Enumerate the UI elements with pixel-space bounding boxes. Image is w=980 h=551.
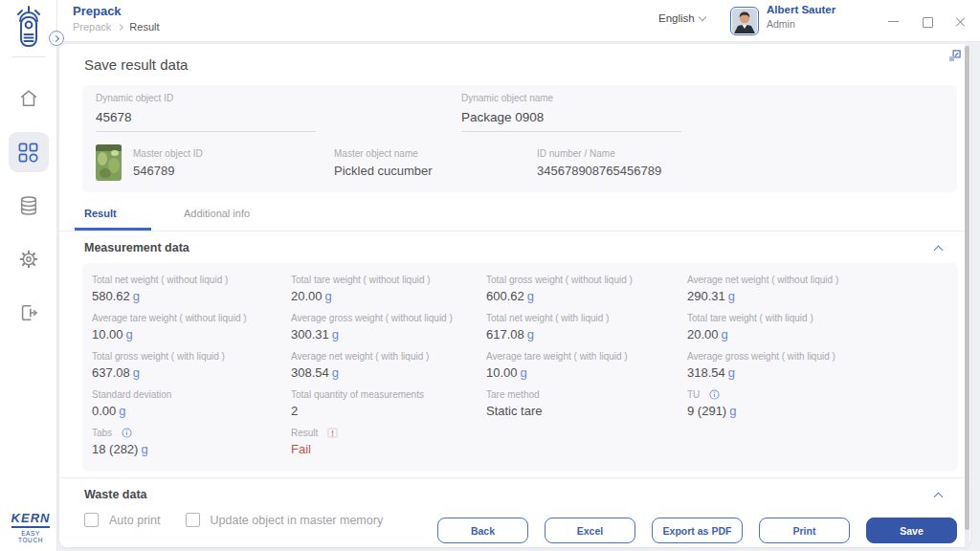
dynamic-object-name-field: Dynamic object name Package 0908 bbox=[461, 93, 681, 132]
master-object-id-field: Master object ID 546789 bbox=[133, 148, 323, 178]
header: Prepack Prepack Result English Albert Sa… bbox=[57, 0, 980, 42]
sidebar-item-apps[interactable] bbox=[9, 132, 49, 172]
sidebar-item-database[interactable] bbox=[9, 186, 49, 226]
sidebar-expand-button[interactable] bbox=[49, 31, 64, 46]
page-title: Prepack bbox=[73, 4, 160, 18]
avatar-photo bbox=[732, 9, 757, 33]
avatar[interactable] bbox=[730, 7, 759, 35]
auto-print-checkbox[interactable]: Auto print bbox=[84, 513, 161, 527]
measurement-field: Total net weight ( with liquid ) 617.08g bbox=[486, 311, 687, 349]
measurement-field: Total net weight ( without liquid ) 580.… bbox=[92, 273, 291, 311]
chevron-right-icon bbox=[52, 34, 58, 41]
master-object-id-value: 546789 bbox=[133, 164, 323, 178]
language-label: English bbox=[658, 12, 695, 24]
scrollbar[interactable] bbox=[965, 44, 969, 547]
field-label: Master object name bbox=[334, 148, 525, 159]
field-label: Master object ID bbox=[133, 148, 323, 159]
collapse-chevron-icon[interactable] bbox=[934, 245, 944, 254]
measurement-data-panel: Total net weight ( without liquid ) 580.… bbox=[82, 263, 958, 472]
measurement-field: Total tare weight ( with liquid ) 20.00g bbox=[687, 311, 948, 349]
info-icon[interactable] bbox=[122, 428, 132, 438]
user-name: Albert Sauter bbox=[767, 4, 835, 15]
kern-brand-logo: KERN EASY TOUCH bbox=[9, 509, 53, 543]
waste-data-title: Waste data bbox=[84, 488, 147, 501]
user-role: Admin bbox=[767, 18, 835, 30]
sidebar-divider bbox=[11, 56, 45, 57]
warning-icon[interactable] bbox=[327, 428, 338, 438]
master-object-image bbox=[96, 144, 122, 181]
expand-panel-icon[interactable] bbox=[948, 50, 961, 62]
apps-grid-icon bbox=[18, 143, 38, 163]
section-heading: Save result data bbox=[84, 56, 970, 73]
back-button[interactable]: Back bbox=[437, 518, 528, 543]
measurement-field: Average gross weight ( without liquid ) … bbox=[291, 311, 486, 349]
breadcrumb: Prepack Result bbox=[73, 21, 160, 33]
excel-button[interactable]: Excel bbox=[545, 518, 635, 543]
measurement-field: Average gross weight ( with liquid ) 318… bbox=[687, 349, 948, 387]
window-controls bbox=[887, 0, 967, 42]
master-object-name-value: Pickled cucumber bbox=[334, 164, 525, 178]
breadcrumb-current: Result bbox=[129, 21, 159, 33]
measurement-field: Average net weight ( with liquid ) 308.5… bbox=[291, 349, 486, 387]
sidebar: KERN EASY TOUCH bbox=[0, 0, 57, 551]
chevron-right-icon bbox=[117, 23, 123, 30]
kern-brand-sub: EASY TOUCH bbox=[9, 530, 53, 543]
close-icon[interactable] bbox=[954, 15, 967, 28]
update-object-checkbox[interactable]: Update object in master memory bbox=[186, 513, 384, 527]
home-icon bbox=[18, 88, 39, 109]
save-button[interactable]: Save bbox=[866, 518, 957, 543]
measurement-field: Standard deviation 0.00g bbox=[92, 387, 291, 426]
dynamic-object-id-field: Dynamic object ID 45678 bbox=[96, 93, 316, 132]
scrollbar-thumb[interactable] bbox=[965, 46, 969, 530]
section-divider bbox=[59, 477, 970, 478]
measurement-field: Average net weight ( without liquid ) 29… bbox=[687, 273, 948, 311]
dynamic-object-id-input[interactable]: 45678 bbox=[96, 110, 316, 132]
result-fail-value: Fail bbox=[291, 442, 486, 456]
checkbox-icon bbox=[84, 513, 99, 527]
object-info-panel: Dynamic object ID 45678 Dynamic object n… bbox=[82, 85, 957, 192]
field-label: ID number / Name bbox=[537, 148, 661, 159]
measurement-field: Tare method Static tare bbox=[486, 387, 687, 426]
collapse-chevron-icon[interactable] bbox=[934, 492, 944, 501]
measurement-field-tu: TU 9 (291)g bbox=[687, 387, 948, 426]
tab-bar: Result Additional info bbox=[59, 203, 970, 231]
logout-icon bbox=[18, 302, 39, 323]
chevron-down-icon bbox=[698, 12, 705, 20]
measurement-field-result: Result Fail bbox=[291, 426, 486, 464]
save-result-data-panel: Save result data Dynamic object ID 45678… bbox=[59, 44, 970, 547]
gear-icon bbox=[18, 249, 39, 270]
checkbox-icon bbox=[186, 513, 200, 527]
user-info[interactable]: Albert Sauter Admin bbox=[767, 4, 835, 30]
measurement-field: Average tare weight ( with liquid ) 10.0… bbox=[486, 349, 687, 387]
breadcrumb-parent[interactable]: Prepack bbox=[73, 21, 111, 33]
maximize-icon[interactable] bbox=[921, 15, 933, 28]
field-label: Dynamic object name bbox=[461, 93, 681, 103]
measurement-field: Total gross weight ( without liquid ) 60… bbox=[486, 273, 687, 311]
measurement-field: Total tare weight ( without liquid ) 20.… bbox=[291, 273, 486, 311]
minimize-icon[interactable] bbox=[887, 15, 900, 28]
measurement-field-tabs: Tabs 18 (282)g bbox=[92, 426, 291, 464]
print-button[interactable]: Print bbox=[759, 518, 850, 543]
tab-additional-info[interactable]: Additional info bbox=[174, 203, 251, 231]
tab-result[interactable]: Result bbox=[75, 203, 151, 231]
measurement-field: Total gross weight ( with liquid ) 637.0… bbox=[92, 349, 291, 387]
measurement-field: Average tare weight ( without liquid ) 1… bbox=[92, 311, 291, 349]
dynamic-object-name-input[interactable]: Package 0908 bbox=[461, 110, 681, 132]
measurement-field: Total quantity of measurements 2 bbox=[291, 387, 486, 426]
sidebar-item-logout[interactable] bbox=[9, 293, 49, 333]
field-label: Dynamic object ID bbox=[96, 93, 316, 103]
measurement-data-title: Measurement data bbox=[84, 241, 189, 254]
id-number-field: ID number / Name 345678908765456789 bbox=[537, 148, 661, 178]
language-selector[interactable]: English bbox=[658, 12, 705, 24]
sidebar-item-settings[interactable] bbox=[9, 239, 49, 279]
sidebar-item-home[interactable] bbox=[9, 78, 49, 119]
export-pdf-button[interactable]: Export as PDF bbox=[652, 518, 743, 543]
id-number-value: 345678908765456789 bbox=[537, 164, 661, 178]
info-icon[interactable] bbox=[709, 389, 720, 400]
master-object-name-field: Master object name Pickled cucumber bbox=[334, 148, 525, 178]
kern-brand-name: KERN bbox=[11, 511, 51, 528]
database-icon bbox=[18, 195, 39, 216]
